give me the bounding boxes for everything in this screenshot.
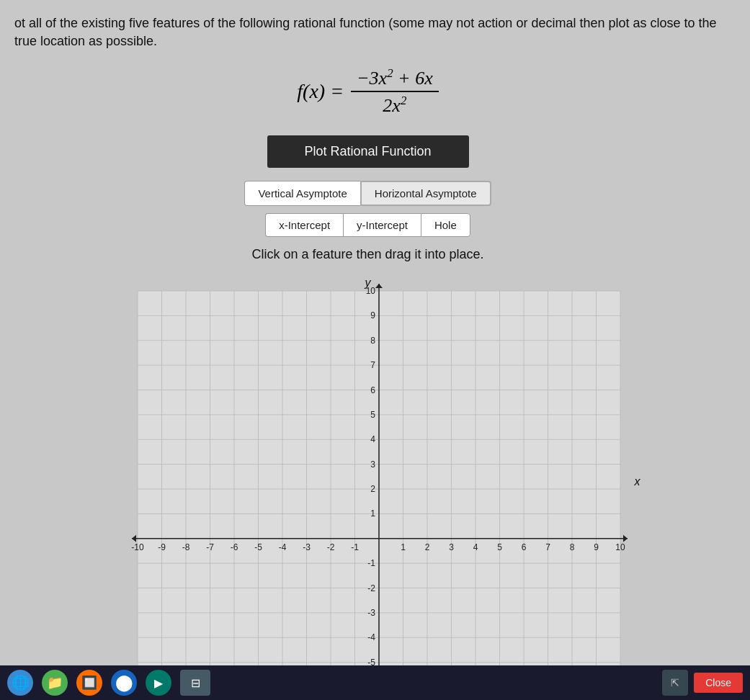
taskbar-corner-icon[interactable]: ⇱ (662, 670, 688, 696)
horizontal-asymptote-button[interactable]: Horizontal Asymptote (360, 181, 491, 206)
graph-wrapper[interactable]: y x (94, 269, 642, 700)
function-formula: f(x) = −3x2 + 6x 2x2 (297, 65, 438, 117)
function-label: f(x) = (297, 80, 344, 103)
intercept-buttons-row: x-Intercept y-Intercept Hole (14, 213, 721, 237)
hole-button[interactable]: Hole (421, 213, 470, 237)
plot-rational-function-button[interactable]: Plot Rational Function (267, 135, 469, 168)
function-display: f(x) = −3x2 + 6x 2x2 (14, 65, 721, 117)
graph-container: y x (87, 269, 649, 700)
graph-canvas[interactable] (94, 269, 642, 700)
click-instruction: Click on a feature then drag it into pla… (14, 247, 721, 262)
denominator: 2x2 (377, 92, 412, 118)
x-intercept-button[interactable]: x-Intercept (265, 213, 343, 237)
taskbar-box-icon[interactable]: 🔲 (76, 670, 102, 696)
main-content: ot all of the existing five features of … (0, 0, 750, 700)
taskbar-monitor-icon[interactable]: ⊟ (180, 670, 210, 696)
fraction: −3x2 + 6x 2x2 (351, 65, 439, 117)
instruction-text: ot all of the existing five features of … (14, 14, 721, 50)
taskbar-folder-icon[interactable]: 📁 (42, 670, 68, 696)
taskbar: 🌐 📁 🔲 ⬤ ▶ ⊟ ⇱ Close (0, 665, 750, 700)
taskbar-play-icon[interactable]: ▶ (146, 670, 171, 696)
asymptote-buttons-row: Vertical Asymptote Horizontal Asymptote (14, 181, 721, 206)
y-intercept-button[interactable]: y-Intercept (343, 213, 421, 237)
taskbar-chrome-icon[interactable]: ⬤ (111, 670, 137, 696)
taskbar-globe-icon[interactable]: 🌐 (7, 670, 33, 696)
taskbar-red-button[interactable]: Close (694, 673, 743, 693)
taskbar-right: ⇱ Close (662, 670, 743, 696)
vertical-asymptote-button[interactable]: Vertical Asymptote (244, 181, 360, 206)
numerator: −3x2 + 6x (351, 65, 439, 91)
